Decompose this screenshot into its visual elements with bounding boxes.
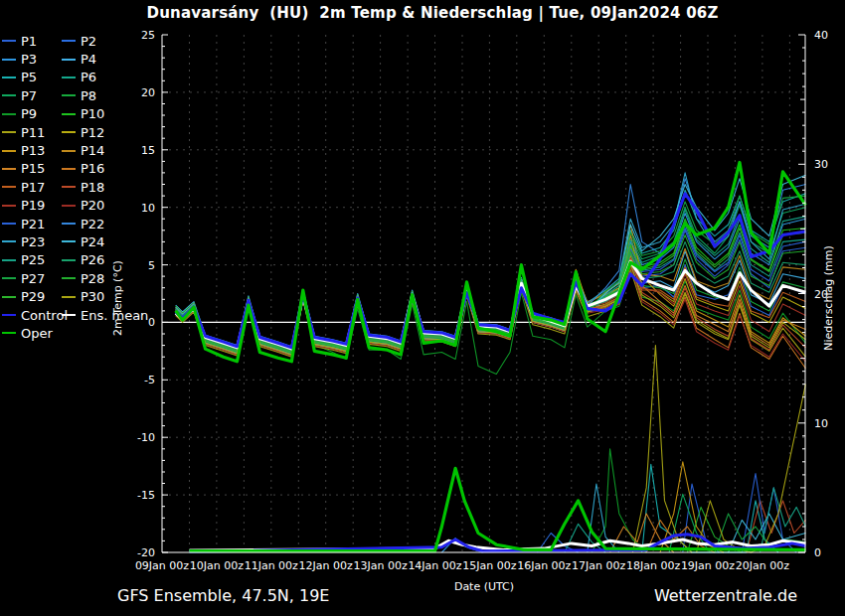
series-P9-precip (592, 449, 646, 552)
x-tick-label: 18Jan 00z (626, 559, 680, 572)
x-tick-label: 13Jan 00z (353, 559, 407, 572)
series-Control-temp (176, 194, 806, 348)
x-tick-label: 19Jan 00z (681, 559, 735, 572)
series-P11-precip (633, 346, 693, 552)
meteogram-chart: 2520151050-5-10-15-2040302010009Jan 00z1… (0, 0, 845, 616)
series-P16-temp (176, 262, 806, 369)
grid-lines (162, 35, 805, 552)
x-tick-label: 11Jan 00z (245, 559, 298, 572)
x-tick-label: 16Jan 00z (517, 559, 571, 572)
x-tick-label: 14Jan 00z (408, 559, 461, 572)
x-tick-label: 17Jan 00z (572, 559, 625, 572)
x-tick-label: 15Jan 00z (462, 559, 516, 572)
svg-text:-10: -10 (137, 431, 155, 444)
svg-text:25: 25 (141, 29, 155, 42)
x-tick-label: 20Jan 00z (736, 559, 789, 572)
x-tick-label: 09Jan 00z (135, 559, 189, 572)
svg-text:30: 30 (814, 158, 828, 171)
svg-text:10: 10 (141, 202, 155, 215)
svg-text:-15: -15 (137, 489, 155, 502)
svg-text:20: 20 (141, 86, 155, 99)
svg-text:20: 20 (814, 288, 828, 301)
x-tick-label: 12Jan 00z (299, 559, 353, 572)
axes: 2520151050-5-10-15-2040302010009Jan 00z1… (135, 29, 828, 572)
svg-text:10: 10 (814, 417, 828, 430)
svg-text:0: 0 (148, 316, 155, 329)
model-info-text: GFS Ensemble, 47.5N, 19E (117, 586, 329, 605)
series-lines (176, 163, 806, 553)
svg-text:40: 40 (814, 29, 828, 42)
svg-text:0: 0 (814, 546, 821, 559)
meteogram-page: Dunavarsány (HU) 2m Temp & Niederschlag … (0, 0, 845, 616)
site-credit-text: Wetterzentrale.de (654, 586, 797, 605)
series-P19-temp (176, 258, 806, 351)
svg-text:15: 15 (141, 144, 155, 157)
svg-text:-20: -20 (137, 546, 155, 559)
x-tick-label: 10Jan 00z (190, 559, 244, 572)
svg-text:-5: -5 (144, 374, 155, 386)
x-axis-title: Date (UTC) (424, 580, 544, 593)
svg-text:5: 5 (148, 259, 155, 272)
